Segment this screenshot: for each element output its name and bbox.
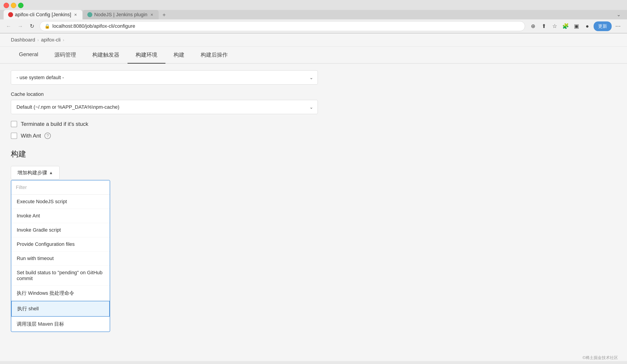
- dropdown-item-invoke-gradle[interactable]: Invoke Gradle script: [11, 223, 110, 237]
- new-tab-button[interactable]: ＋: [160, 11, 168, 19]
- cache-location-group: Cache location Default (~/.npm or %APP_D…: [11, 91, 373, 114]
- toolbar-right: ⊕ ⬆ ☆ 🧩 ▣ ● 更新 ⋯: [528, 21, 623, 31]
- bookmark-button[interactable]: ☆: [550, 22, 559, 31]
- tab-source[interactable]: 源码管理: [46, 47, 84, 64]
- breadcrumb-sep-2: ›: [63, 38, 64, 43]
- refresh-button[interactable]: ↻: [28, 22, 36, 30]
- dropdown-item-exec-windows[interactable]: 执行 Windows 批处理命令: [11, 286, 110, 301]
- system-default-group: - use system default - ⌄: [11, 70, 373, 85]
- breadcrumb-sep-1: ›: [38, 38, 39, 43]
- tab-overflow-button[interactable]: ⌄: [614, 10, 623, 19]
- tabs-bar: apifox-cli Config [Jenkins] ✕ NodeJS | J…: [0, 10, 627, 19]
- tab1-close[interactable]: ✕: [73, 12, 78, 17]
- terminate-build-checkbox[interactable]: [11, 121, 17, 127]
- with-ant-help-icon[interactable]: ?: [45, 133, 51, 139]
- add-step-button[interactable]: 增加构建步骤 ▲: [11, 166, 59, 180]
- dropdown-item-invoke-maven[interactable]: 调用顶层 Maven 目标: [11, 317, 110, 331]
- cache-location-select[interactable]: Default (~/.npm or %APP_DATA%\npm-cache): [11, 100, 318, 114]
- address-bar-row: ← → ↻ 🔒 localhost:8080/job/apifox-cli/co…: [0, 19, 627, 33]
- translate-button[interactable]: ⊕: [528, 22, 538, 31]
- dropdown-item-invoke-ant[interactable]: Invoke Ant: [11, 209, 110, 223]
- browser-tab-2[interactable]: NodeJS | Jenkins plugin ✕: [83, 10, 159, 19]
- traffic-lights: [4, 3, 23, 8]
- cache-location-label: Cache location: [11, 91, 373, 97]
- with-ant-row: With Ant ?: [11, 133, 373, 139]
- menu-button[interactable]: ⋯: [614, 22, 623, 31]
- url-text: localhost:8080/job/apifox-cli/configure: [52, 23, 135, 29]
- update-button[interactable]: 更新: [594, 21, 612, 31]
- browser-tab-1[interactable]: apifox-cli Config [Jenkins] ✕: [4, 10, 82, 19]
- system-default-select-wrapper: - use system default - ⌄: [11, 70, 318, 85]
- minimize-window-btn[interactable]: [11, 3, 16, 8]
- terminate-build-row: Terminate a build if it's stuck: [11, 121, 373, 127]
- footer-text: ©稀土掘金技术社区: [582, 356, 618, 360]
- terminate-build-label: Terminate a build if it's stuck: [21, 121, 88, 127]
- close-window-btn[interactable]: [4, 3, 9, 8]
- tab-build-triggers[interactable]: 构建触发器: [84, 47, 128, 64]
- profile-button[interactable]: ●: [583, 22, 592, 31]
- page-footer: ©稀土掘金技术社区: [574, 351, 627, 364]
- form-section: - use system default - ⌄ Cache location …: [0, 64, 384, 193]
- dropdown-item-set-build-status[interactable]: Set build status to "pending" on GitHub …: [11, 266, 110, 286]
- breadcrumb: Dashboard › apifox-cli ›: [0, 33, 627, 47]
- forward-button[interactable]: →: [16, 22, 24, 30]
- system-default-select[interactable]: - use system default -: [11, 70, 318, 85]
- title-bar: [0, 0, 627, 10]
- add-step-label: 增加构建步骤: [17, 169, 47, 176]
- with-ant-label: With Ant: [21, 133, 41, 139]
- breadcrumb-dashboard[interactable]: Dashboard: [11, 37, 35, 43]
- config-tabs: General 源码管理 构建触发器 构建环境 构建 构建后操作: [0, 47, 627, 64]
- tab-build[interactable]: 构建: [165, 47, 193, 64]
- tab-post-build[interactable]: 构建后操作: [193, 47, 236, 64]
- browser-chrome: apifox-cli Config [Jenkins] ✕ NodeJS | J…: [0, 0, 627, 33]
- extensions-button[interactable]: 🧩: [561, 22, 570, 31]
- tab2-close[interactable]: ✕: [149, 12, 154, 17]
- tab2-label: NodeJS | Jenkins plugin: [94, 12, 147, 18]
- share-button[interactable]: ⬆: [539, 22, 548, 31]
- build-section-heading: 构建: [11, 144, 373, 159]
- add-step-dropdown-container: 增加构建步骤 ▲ Execute NodeJS script Invoke An…: [11, 166, 59, 180]
- sidebar-button[interactable]: ▣: [572, 22, 581, 31]
- tab1-favicon: [8, 12, 13, 17]
- build-section: 构建 增加构建步骤 ▲ Execute NodeJS script Invoke…: [11, 144, 373, 180]
- with-ant-checkbox[interactable]: [11, 133, 17, 139]
- tab-general[interactable]: General: [11, 47, 46, 64]
- add-step-dropdown-menu: Execute NodeJS script Invoke Ant Invoke …: [11, 180, 110, 332]
- add-step-dropdown-arrow: ▲: [49, 171, 53, 175]
- tab1-label: apifox-cli Config [Jenkins]: [15, 12, 71, 18]
- tab-build-env[interactable]: 构建环境: [128, 47, 165, 64]
- maximize-window-btn[interactable]: [18, 3, 23, 8]
- back-button[interactable]: ←: [4, 22, 13, 30]
- content-area: General 源码管理 构建触发器 构建环境 构建 构建后操作 - use s…: [0, 47, 627, 361]
- breadcrumb-apifox-cli[interactable]: apifox-cli: [41, 37, 61, 43]
- dropdown-filter-input[interactable]: [11, 181, 110, 195]
- lock-icon: 🔒: [45, 23, 50, 29]
- address-bar[interactable]: 🔒 localhost:8080/job/apifox-cli/configur…: [40, 21, 525, 31]
- dropdown-item-exec-shell[interactable]: 执行 shell: [11, 301, 110, 317]
- tab2-favicon: [87, 12, 92, 17]
- dropdown-item-execute-nodejs[interactable]: Execute NodeJS script: [11, 195, 110, 209]
- dropdown-item-provide-config[interactable]: Provide Configuration files: [11, 237, 110, 251]
- dropdown-item-run-timeout[interactable]: Run with timeout: [11, 251, 110, 266]
- cache-location-select-wrapper: Default (~/.npm or %APP_DATA%\npm-cache)…: [11, 100, 318, 114]
